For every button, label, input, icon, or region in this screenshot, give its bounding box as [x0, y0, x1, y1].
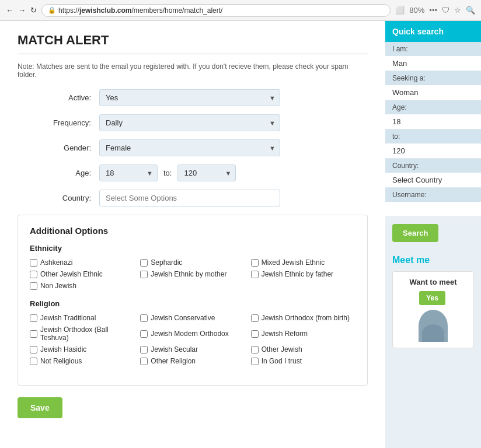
- browser-icons: ⬜ 80% ••• 🛡 ☆ 🔍: [395, 6, 475, 15]
- gender-select-wrapper: Female Male Any ▼: [99, 139, 280, 156]
- jewish-conservative-checkbox[interactable]: [140, 314, 148, 322]
- jewish-conservative-label: Jewish Conservative: [151, 314, 215, 322]
- gender-select[interactable]: Female Male Any: [99, 139, 280, 156]
- note-text: Note: Matches are sent to the email you …: [18, 62, 368, 79]
- jewish-reform-checkbox[interactable]: [251, 330, 259, 338]
- other-jewish-checkbox[interactable]: [251, 346, 259, 354]
- other-religion-label: Other Religion: [151, 357, 196, 365]
- sephardic-checkbox[interactable]: [140, 259, 148, 267]
- refresh-icon[interactable]: ↻: [30, 6, 37, 15]
- sidebar-age: Age: 18: [385, 100, 481, 130]
- ashkenazi-checkbox[interactable]: [30, 259, 37, 267]
- list-item[interactable]: Other Jewish: [251, 345, 355, 354]
- jewish-reform-label: Jewish Reform: [262, 330, 308, 338]
- religion-title: Religion: [30, 299, 355, 308]
- list-item[interactable]: Sephardic: [140, 258, 245, 267]
- meet-me-title: Meet me: [392, 255, 474, 265]
- list-item[interactable]: Mixed Jewish Ethnic: [251, 258, 355, 267]
- list-item[interactable]: Not Religious: [30, 357, 134, 365]
- list-item[interactable]: Ashkenazi: [30, 258, 134, 267]
- tab-icon: ⬜: [395, 6, 405, 15]
- list-item[interactable]: Other Jewish Ethnic: [30, 270, 134, 278]
- ethnicity-title: Ethnicity: [30, 244, 355, 253]
- search-button[interactable]: Search: [392, 224, 438, 242]
- sidebar-age-value: 18: [385, 114, 481, 130]
- search-icon[interactable]: 🔍: [466, 6, 475, 15]
- age-to-select[interactable]: 12030405060: [177, 164, 236, 181]
- avatar: [419, 310, 448, 342]
- url-bar[interactable]: 🔒 https://jewishclub.com/members/home/ma…: [41, 4, 391, 17]
- frequency-label: Frequency:: [18, 118, 99, 127]
- jewish-orthodox-birth-label: Jewish Orthodox (from birth): [262, 314, 350, 322]
- active-select[interactable]: Yes No: [99, 89, 280, 106]
- country-label: Country:: [18, 194, 99, 202]
- list-item[interactable]: Jewish Orthodox (Ball Teshuva): [30, 326, 134, 342]
- list-item[interactable]: Jewish Secular: [140, 345, 245, 354]
- jewish-ethnic-mother-checkbox[interactable]: [140, 271, 148, 278]
- other-religion-checkbox[interactable]: [140, 358, 148, 365]
- non-jewish-label: Non Jewish: [40, 282, 76, 290]
- list-item[interactable]: Jewish Hasidic: [30, 345, 134, 354]
- list-item[interactable]: In God I trust: [251, 357, 355, 365]
- ethnicity-checkboxes: Ashkenazi Sephardic Mixed Jewish Ethnic …: [30, 258, 355, 290]
- list-item[interactable]: Other Religion: [140, 357, 245, 365]
- main-content: MATCH ALERT Note: Matches are sent to th…: [0, 21, 385, 448]
- sidebar-seeking: Seeking a: Woman: [385, 71, 481, 100]
- more-icon[interactable]: •••: [429, 6, 437, 15]
- list-item[interactable]: Jewish Traditional: [30, 314, 134, 322]
- list-item[interactable]: Jewish Ethnic by father: [251, 270, 355, 278]
- jewish-ethnic-father-checkbox[interactable]: [251, 271, 259, 278]
- sidebar: Quick search I am: Man Seeking a: Woman …: [385, 21, 481, 448]
- not-religious-checkbox[interactable]: [30, 358, 37, 365]
- age-row: Age: 1819202530 ▼ to: 12030405060 ▼: [18, 164, 368, 181]
- non-jewish-checkbox[interactable]: [30, 282, 37, 290]
- list-item[interactable]: Jewish Ethnic by mother: [140, 270, 245, 278]
- divider: [18, 54, 368, 54]
- star-icon[interactable]: ☆: [454, 6, 461, 15]
- back-icon[interactable]: ←: [6, 6, 13, 15]
- jewish-orthodox-birth-checkbox[interactable]: [251, 314, 259, 322]
- sephardic-label: Sephardic: [151, 258, 182, 267]
- jewish-traditional-checkbox[interactable]: [30, 314, 37, 322]
- lock-icon: 🔒: [48, 6, 56, 14]
- list-item[interactable]: Jewish Conservative: [140, 314, 245, 322]
- jewish-traditional-label: Jewish Traditional: [40, 314, 96, 322]
- sidebar-to-value: 120: [385, 144, 481, 159]
- active-row: Active: Yes No ▼: [18, 89, 368, 106]
- age-from-wrapper: 1819202530 ▼: [99, 164, 158, 181]
- forward-icon[interactable]: →: [18, 6, 26, 15]
- save-button[interactable]: Save: [18, 397, 62, 418]
- jewish-modern-orthodox-checkbox[interactable]: [140, 330, 148, 338]
- sidebar-age-label: Age:: [385, 100, 481, 114]
- jewish-orthodox-ball-teshuva-label: Jewish Orthodox (Ball Teshuva): [40, 326, 134, 342]
- yes-button[interactable]: Yes: [419, 291, 445, 305]
- list-item[interactable]: Non Jewish: [30, 282, 134, 290]
- username-input[interactable]: [385, 202, 481, 217]
- sidebar-username: Username:: [385, 188, 481, 217]
- url-text: https://jewishclub.com/members/home/matc…: [58, 6, 222, 15]
- jewish-secular-checkbox[interactable]: [140, 346, 148, 354]
- age-from-select[interactable]: 1819202530: [99, 164, 158, 181]
- jewish-hasidic-checkbox[interactable]: [30, 346, 37, 354]
- other-jewish-ethnic-checkbox[interactable]: [30, 271, 37, 278]
- other-jewish-ethnic-label: Other Jewish Ethnic: [40, 270, 103, 278]
- jewish-orthodox-ball-teshuva-checkbox[interactable]: [30, 330, 37, 338]
- frequency-select[interactable]: Daily Weekly: [99, 114, 280, 131]
- sidebar-country-select[interactable]: Select Country: [385, 173, 481, 188]
- jewish-secular-label: Jewish Secular: [151, 345, 198, 354]
- to-label: to:: [163, 169, 172, 177]
- country-input[interactable]: [99, 190, 280, 206]
- sidebar-to: to: 120: [385, 130, 481, 159]
- list-item[interactable]: Jewish Orthodox (from birth): [251, 314, 355, 322]
- avatar-body: [422, 324, 444, 342]
- mixed-jewish-ethnic-checkbox[interactable]: [251, 259, 259, 267]
- not-religious-label: Not Religious: [40, 357, 82, 365]
- zoom-level: 80%: [409, 6, 424, 15]
- list-item[interactable]: Jewish Modern Orthodox: [140, 326, 245, 342]
- quick-search-header: Quick search: [385, 21, 481, 42]
- sidebar-to-label: to:: [385, 130, 481, 144]
- religion-checkboxes: Jewish Traditional Jewish Conservative J…: [30, 314, 355, 365]
- list-item[interactable]: Jewish Reform: [251, 326, 355, 342]
- in-god-i-trust-checkbox[interactable]: [251, 358, 259, 365]
- additional-options: Additional Options Ethnicity Ashkenazi S…: [18, 215, 368, 386]
